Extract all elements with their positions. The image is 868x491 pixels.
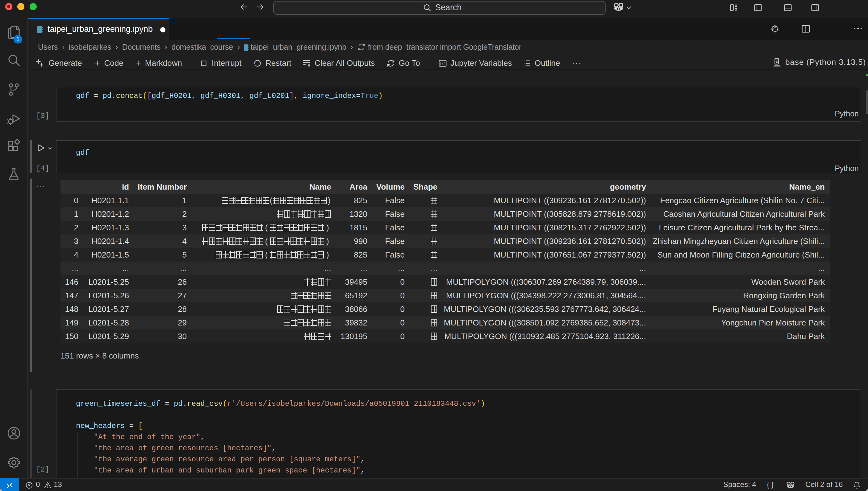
svg-text:(x): (x) — [439, 62, 445, 66]
